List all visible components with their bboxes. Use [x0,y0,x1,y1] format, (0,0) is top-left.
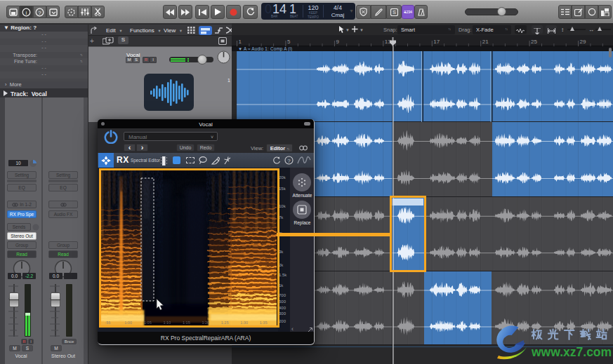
svg-text:1:05: 1:05 [144,321,152,325]
svg-text:S: S [393,10,396,15]
svg-text:▼: ▼ [360,28,364,32]
svg-text:21: 21 [482,39,489,45]
svg-text:1: 1 [239,39,242,45]
svg-text:1:10: 1:10 [164,321,171,325]
svg-text:www.xz7.com: www.xz7.com [531,345,612,359]
svg-text:1:30: 1:30 [241,321,249,325]
svg-text:?: ? [287,158,291,164]
svg-text:1:35: 1:35 [260,321,268,325]
svg-text:?: ? [38,9,41,15]
svg-text:25: 25 [531,39,537,45]
svg-text:5: 5 [287,39,291,45]
svg-text:17: 17 [433,39,440,45]
svg-text::55: :55 [105,321,111,325]
svg-text:29: 29 [580,39,586,45]
svg-text:i: i [26,9,27,15]
svg-text:1:20: 1:20 [202,321,210,325]
svg-text:1:15: 1:15 [183,321,190,325]
svg-text:1:00: 1:00 [125,321,133,325]
svg-text:9: 9 [336,39,339,45]
svg-text:▼ A ≈ Audio 1: Comp A (i): ▼ A ≈ Audio 1: Comp A (i) [238,46,292,52]
svg-text:1:25: 1:25 [221,321,229,325]
svg-text:▼: ▼ [345,28,350,32]
